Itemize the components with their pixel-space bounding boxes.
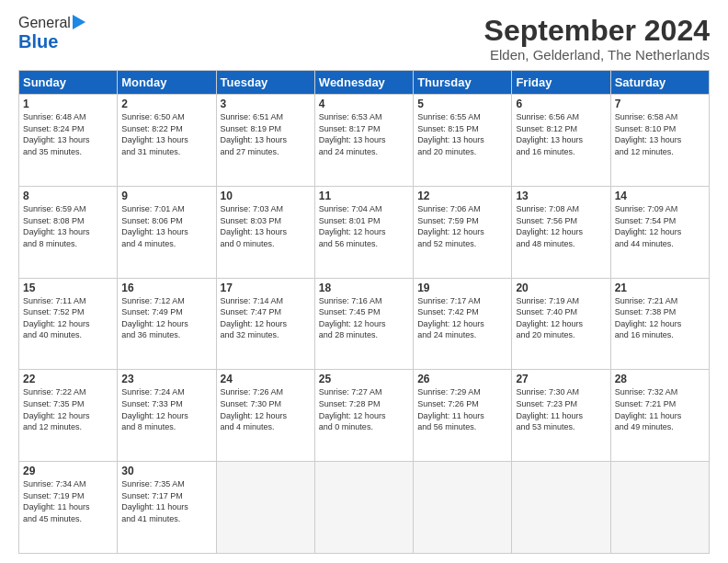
calendar-day-cell (610, 462, 709, 554)
calendar-week-row: 29Sunrise: 7:34 AM Sunset: 7:19 PM Dayli… (19, 462, 710, 554)
day-number: 8 (23, 190, 113, 202)
day-info: Sunrise: 7:34 AM Sunset: 7:19 PM Dayligh… (23, 478, 113, 524)
calendar-day-cell: 7Sunrise: 6:58 AM Sunset: 8:10 PM Daylig… (610, 95, 709, 187)
calendar-day-header: Monday (118, 71, 216, 95)
calendar-day-cell: 29Sunrise: 7:34 AM Sunset: 7:19 PM Dayli… (19, 462, 118, 554)
day-number: 3 (221, 98, 311, 110)
calendar-week-row: 1Sunrise: 6:48 AM Sunset: 8:24 PM Daylig… (19, 95, 710, 187)
calendar-day-cell: 3Sunrise: 6:51 AM Sunset: 8:19 PM Daylig… (216, 95, 314, 187)
calendar-day-cell: 18Sunrise: 7:16 AM Sunset: 7:45 PM Dayli… (314, 278, 413, 370)
day-number: 28 (615, 373, 705, 385)
calendar-table: SundayMondayTuesdayWednesdayThursdayFrid… (18, 70, 710, 554)
day-info: Sunrise: 6:48 AM Sunset: 8:24 PM Dayligh… (23, 111, 113, 157)
calendar-day-cell: 12Sunrise: 7:06 AM Sunset: 7:59 PM Dayli… (414, 186, 512, 278)
calendar-day-header: Thursday (414, 71, 512, 95)
day-number: 14 (615, 190, 705, 202)
calendar-day-cell: 23Sunrise: 7:24 AM Sunset: 7:33 PM Dayli… (118, 370, 216, 462)
day-info: Sunrise: 7:12 AM Sunset: 7:49 PM Dayligh… (121, 295, 211, 341)
day-info: Sunrise: 7:22 AM Sunset: 7:35 PM Dayligh… (23, 386, 113, 432)
calendar-day-cell: 9Sunrise: 7:01 AM Sunset: 8:06 PM Daylig… (118, 186, 216, 278)
day-number: 24 (221, 373, 311, 385)
day-number: 25 (319, 373, 409, 385)
calendar-day-cell: 4Sunrise: 6:53 AM Sunset: 8:17 PM Daylig… (314, 95, 413, 187)
calendar-day-cell: 25Sunrise: 7:27 AM Sunset: 7:28 PM Dayli… (314, 370, 413, 462)
calendar-day-cell (216, 462, 314, 554)
calendar-day-cell: 19Sunrise: 7:17 AM Sunset: 7:42 PM Dayli… (414, 278, 512, 370)
header: General Blue September 2024 Elden, Gelde… (18, 15, 710, 63)
day-number: 26 (417, 373, 507, 385)
day-number: 29 (23, 465, 113, 477)
day-number: 15 (23, 282, 113, 294)
day-number: 6 (516, 98, 606, 110)
calendar-day-cell: 24Sunrise: 7:26 AM Sunset: 7:30 PM Dayli… (216, 370, 314, 462)
logo: General Blue (18, 15, 85, 52)
day-info: Sunrise: 6:58 AM Sunset: 8:10 PM Dayligh… (615, 111, 705, 157)
calendar-day-cell: 2Sunrise: 6:50 AM Sunset: 8:22 PM Daylig… (118, 95, 216, 187)
day-info: Sunrise: 7:14 AM Sunset: 7:47 PM Dayligh… (221, 295, 311, 341)
calendar-day-cell: 26Sunrise: 7:29 AM Sunset: 7:26 PM Dayli… (414, 370, 512, 462)
calendar-day-cell: 8Sunrise: 6:59 AM Sunset: 8:08 PM Daylig… (19, 186, 118, 278)
day-number: 30 (121, 465, 211, 477)
calendar-day-cell: 6Sunrise: 6:56 AM Sunset: 8:12 PM Daylig… (512, 95, 610, 187)
calendar-day-cell: 15Sunrise: 7:11 AM Sunset: 7:52 PM Dayli… (19, 278, 118, 370)
calendar-week-row: 8Sunrise: 6:59 AM Sunset: 8:08 PM Daylig… (19, 186, 710, 278)
calendar-day-cell: 5Sunrise: 6:55 AM Sunset: 8:15 PM Daylig… (414, 95, 512, 187)
day-number: 20 (516, 282, 606, 294)
day-number: 2 (121, 98, 211, 110)
day-number: 10 (221, 190, 311, 202)
day-info: Sunrise: 7:01 AM Sunset: 8:06 PM Dayligh… (121, 203, 211, 249)
day-number: 17 (221, 282, 311, 294)
day-info: Sunrise: 6:55 AM Sunset: 8:15 PM Dayligh… (417, 111, 507, 157)
day-number: 22 (23, 373, 113, 385)
calendar-day-cell: 17Sunrise: 7:14 AM Sunset: 7:47 PM Dayli… (216, 278, 314, 370)
calendar-day-header: Wednesday (314, 71, 413, 95)
day-number: 19 (417, 282, 507, 294)
calendar-day-cell: 10Sunrise: 7:03 AM Sunset: 8:03 PM Dayli… (216, 186, 314, 278)
day-number: 7 (615, 98, 705, 110)
day-info: Sunrise: 7:06 AM Sunset: 7:59 PM Dayligh… (417, 203, 507, 249)
day-number: 18 (319, 282, 409, 294)
day-number: 1 (23, 98, 113, 110)
day-info: Sunrise: 6:53 AM Sunset: 8:17 PM Dayligh… (319, 111, 409, 157)
calendar-day-cell: 14Sunrise: 7:09 AM Sunset: 7:54 PM Dayli… (610, 186, 709, 278)
calendar-day-cell: 16Sunrise: 7:12 AM Sunset: 7:49 PM Dayli… (118, 278, 216, 370)
day-info: Sunrise: 7:35 AM Sunset: 7:17 PM Dayligh… (121, 478, 211, 524)
calendar-day-cell: 11Sunrise: 7:04 AM Sunset: 8:01 PM Dayli… (314, 186, 413, 278)
day-info: Sunrise: 7:30 AM Sunset: 7:23 PM Dayligh… (516, 386, 606, 432)
calendar-day-cell: 27Sunrise: 7:30 AM Sunset: 7:23 PM Dayli… (512, 370, 610, 462)
calendar-day-header: Tuesday (216, 71, 314, 95)
calendar-day-cell: 28Sunrise: 7:32 AM Sunset: 7:21 PM Dayli… (610, 370, 709, 462)
day-info: Sunrise: 7:09 AM Sunset: 7:54 PM Dayligh… (615, 203, 705, 249)
day-info: Sunrise: 7:21 AM Sunset: 7:38 PM Dayligh… (615, 295, 705, 341)
day-number: 11 (319, 190, 409, 202)
day-info: Sunrise: 6:59 AM Sunset: 8:08 PM Dayligh… (23, 203, 113, 249)
day-info: Sunrise: 7:03 AM Sunset: 8:03 PM Dayligh… (221, 203, 311, 249)
logo-general-text: General (18, 15, 71, 31)
title-area: September 2024 Elden, Gelderland, The Ne… (484, 15, 710, 63)
logo-blue-text: Blue (18, 31, 58, 52)
calendar-day-header: Saturday (610, 71, 709, 95)
day-info: Sunrise: 7:16 AM Sunset: 7:45 PM Dayligh… (319, 295, 409, 341)
calendar-day-cell: 21Sunrise: 7:21 AM Sunset: 7:38 PM Dayli… (610, 278, 709, 370)
day-info: Sunrise: 7:04 AM Sunset: 8:01 PM Dayligh… (319, 203, 409, 249)
calendar-header-row: SundayMondayTuesdayWednesdayThursdayFrid… (19, 71, 710, 95)
page: General Blue September 2024 Elden, Gelde… (0, 0, 728, 563)
calendar-day-cell: 1Sunrise: 6:48 AM Sunset: 8:24 PM Daylig… (19, 95, 118, 187)
day-number: 16 (121, 282, 211, 294)
day-number: 23 (121, 373, 211, 385)
day-info: Sunrise: 7:17 AM Sunset: 7:42 PM Dayligh… (417, 295, 507, 341)
calendar-week-row: 15Sunrise: 7:11 AM Sunset: 7:52 PM Dayli… (19, 278, 710, 370)
calendar-day-cell: 13Sunrise: 7:08 AM Sunset: 7:56 PM Dayli… (512, 186, 610, 278)
day-number: 21 (615, 282, 705, 294)
calendar-day-cell: 22Sunrise: 7:22 AM Sunset: 7:35 PM Dayli… (19, 370, 118, 462)
day-number: 9 (121, 190, 211, 202)
day-info: Sunrise: 7:26 AM Sunset: 7:30 PM Dayligh… (221, 386, 311, 432)
day-info: Sunrise: 7:27 AM Sunset: 7:28 PM Dayligh… (319, 386, 409, 432)
day-info: Sunrise: 7:29 AM Sunset: 7:26 PM Dayligh… (417, 386, 507, 432)
month-title: September 2024 (484, 15, 710, 47)
day-number: 13 (516, 190, 606, 202)
calendar-day-cell (414, 462, 512, 554)
day-info: Sunrise: 7:19 AM Sunset: 7:40 PM Dayligh… (516, 295, 606, 341)
day-info: Sunrise: 6:56 AM Sunset: 8:12 PM Dayligh… (516, 111, 606, 157)
day-number: 4 (319, 98, 409, 110)
